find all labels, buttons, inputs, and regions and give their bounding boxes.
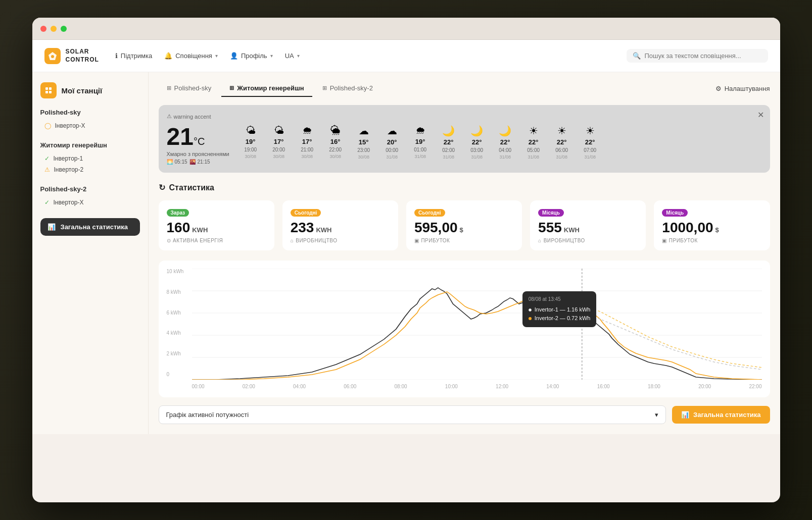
weather-description: Хмарно з проясненнями: [167, 151, 229, 157]
weather-hour: 🌧 17° 21:00 30/08: [296, 125, 318, 160]
stat-card: Місяць 1000,00$ ▣ ПРИБУТОК: [654, 200, 770, 250]
stat-badge: Сьогодні: [414, 209, 445, 217]
weather-hour-temp: 19°: [246, 138, 256, 145]
weather-hour-temp: 17°: [302, 138, 312, 145]
svg-rect-2: [45, 87, 48, 90]
weather-hour-time: 02:00: [442, 147, 455, 153]
tab-label: Polished-sky: [174, 84, 212, 92]
statistics-title: Статистика: [169, 183, 214, 192]
sunrise-icon: 🌅: [167, 159, 173, 165]
tab-label: Житомир генерейшн: [237, 84, 304, 92]
weather-hour-temp: 22°: [585, 138, 595, 146]
weather-warning-text: warning accent: [174, 114, 211, 120]
stat-value: 555KWH: [538, 221, 638, 235]
stat-card: Сьогодні 233KWH ⌂ ВИРОБНИЦТВО: [282, 200, 398, 250]
weather-hour-temp: 15°: [359, 138, 369, 146]
close-dot[interactable]: [40, 26, 46, 32]
chart-select[interactable]: Графік активної потужності ▾: [159, 405, 666, 424]
chart-area: 08/08 at 13:45 Invertor-1 — 1.16 kWh Inv…: [192, 269, 762, 382]
station-name: Polished-sky: [40, 109, 140, 116]
chart-bar-icon: 📊: [681, 411, 689, 419]
inverter-item[interactable]: ✓ Інвертор-X: [40, 197, 140, 208]
logo-icon: [44, 48, 61, 64]
station-group-polished-sky: Polished-sky ◯ Інвертор-X: [40, 109, 140, 131]
weather-hour-time: 03:00: [470, 147, 483, 153]
sunset-icon: 🌇: [189, 159, 196, 165]
sunset-time: 21:15: [198, 159, 210, 165]
weather-hour: 🌤 19° 19:00 30/08: [240, 125, 262, 160]
weather-hour: 🌦 16° 22:00 30/08: [324, 125, 347, 160]
search-input[interactable]: [645, 52, 762, 60]
weather-hour-time: 07:00: [584, 147, 596, 153]
chart-x-label: 02:00: [243, 384, 255, 389]
station-group-zhytomyr: Житомир генерейшн ✓ Інвертор-1 ⚠ Інверто…: [40, 141, 140, 175]
tab-polished-sky-2[interactable]: ⊞ Polished-sky-2: [314, 80, 381, 97]
temp-unit: °C: [194, 136, 205, 147]
tab-polished-sky[interactable]: ⊞ Polished-sky: [159, 80, 220, 97]
svg-rect-3: [49, 87, 52, 90]
sidebar-stats-label: Загальна статистика: [61, 223, 128, 231]
stations-icon: [40, 82, 57, 98]
weather-hour-date: 30/08: [301, 154, 313, 159]
chart-x-label: 08:00: [395, 384, 407, 389]
chart-x-label: 04:00: [293, 384, 306, 389]
check-icon: ✓: [44, 155, 50, 162]
weather-hour: ☁ 15° 23:00 30/08: [353, 125, 375, 160]
weather-hour-time: 04:00: [499, 147, 511, 153]
nav-notifications[interactable]: 🔔 Сповіщення ▾: [164, 52, 218, 60]
station-group-polished-sky-2: Polished-sky-2 ✓ Інвертор-X: [40, 185, 140, 208]
weather-hour-icon: ☀: [586, 125, 595, 137]
stats-btn-label: Загальна статистика: [693, 411, 760, 419]
weather-hour: ☀ 22° 07:00 31/08: [579, 125, 601, 160]
stat-value: 233KWH: [291, 221, 390, 235]
stats-button[interactable]: 📊 Загальна статистика: [672, 406, 770, 424]
stat-card: Сьогодні 595,00$ ▣ ПРИБУТОК: [406, 200, 522, 250]
weather-hour-date: 30/08: [245, 154, 256, 159]
stat-badge: Місяць: [538, 209, 564, 217]
search-icon: 🔍: [633, 52, 641, 60]
nav-profile[interactable]: 👤 Профіль ▾: [230, 52, 273, 60]
weather-hour: ☁ 20° 00:00 31/08: [381, 125, 403, 160]
weather-hour-time: 22:00: [329, 147, 342, 152]
logo-text: SOLAR CONTROL: [66, 48, 99, 64]
tab-zhytomyr[interactable]: ⊞ Житомир генерейшн: [221, 80, 312, 97]
minimize-dot[interactable]: [51, 26, 57, 32]
chart-x-label: 20:00: [698, 384, 711, 389]
weather-hour-temp: 17°: [274, 138, 284, 145]
sidebar-stats-button[interactable]: 📊 Загальна статистика: [40, 218, 140, 236]
inverter-item[interactable]: ⚠ Інвертор-2: [40, 164, 140, 175]
stat-value: 595,00$: [414, 221, 514, 235]
stat-badge: Місяць: [662, 209, 688, 217]
weather-hour-icon: ☁: [387, 125, 397, 137]
weather-hour-date: 31/08: [443, 154, 454, 160]
stat-value: 1000,00$: [662, 221, 761, 235]
weather-hour-temp: 22°: [472, 138, 482, 146]
weather-hour-temp: 19°: [415, 138, 425, 145]
nav-support[interactable]: ℹ Підтримка: [115, 52, 152, 60]
check-icon: ✓: [44, 199, 50, 206]
inverter-item[interactable]: ✓ Інвертор-1: [40, 153, 140, 164]
settings-button[interactable]: ⚙ Налаштування: [715, 85, 770, 92]
bottom-bar: Графік активної потужності ▾ 📊 Загальна …: [159, 405, 770, 426]
weather-close-button[interactable]: ✕: [757, 110, 764, 120]
weather-hour-time: 01:00: [414, 147, 426, 152]
statistics-header: ↻ Статистика: [159, 183, 770, 192]
info-icon: ℹ: [115, 52, 118, 60]
stat-value: 160KWH: [167, 221, 266, 235]
alert-icon: ⚠: [167, 113, 172, 120]
chart-y-label: 4 kWh: [167, 330, 184, 336]
stat-label: ⌂ ВИРОБНИЦТВО: [291, 238, 390, 243]
weather-hour-date: 31/08: [471, 154, 483, 160]
grid-icon: ⊞: [167, 85, 171, 91]
sunrise-time: 05:15: [175, 159, 187, 165]
search-box[interactable]: 🔍: [627, 49, 768, 63]
weather-hour-icon: ☁: [359, 125, 369, 137]
inverter-item[interactable]: ◯ Інвертор-X: [40, 120, 140, 131]
weather-hour-icon: ☀: [557, 125, 566, 137]
maximize-dot[interactable]: [61, 26, 67, 32]
weather-hour-date: 30/08: [273, 154, 284, 159]
nav-language[interactable]: UA ▾: [285, 52, 300, 60]
inverter-label: Інвертор-X: [54, 199, 84, 206]
weather-hour: 🌙 22° 02:00 31/08: [438, 125, 460, 160]
weather-hour-temp: 22°: [529, 138, 539, 146]
